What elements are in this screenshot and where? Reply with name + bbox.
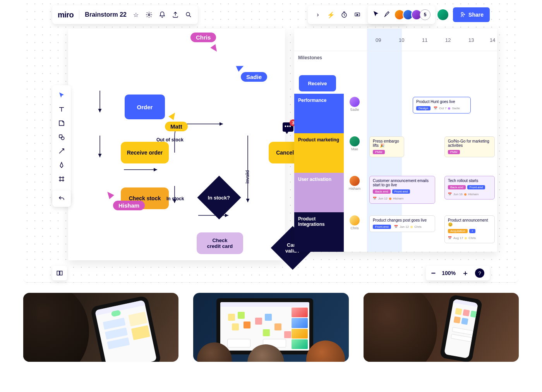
collaborator-avatars[interactable]: 5 [394, 9, 431, 20]
row-performance: Performance Sadie Product Hunt goes live… [294, 94, 497, 133]
row-owner-activation: Hisham [348, 187, 362, 191]
svg-point-2 [148, 14, 150, 16]
avatar-me[interactable] [437, 9, 449, 21]
card-product-announcement[interactable]: Product announcement 😊 Acquisition+ 📅 Au… [444, 215, 495, 243]
timer-icon[interactable] [340, 11, 348, 19]
day-14: 14 [490, 37, 495, 43]
share-button[interactable]: Share [453, 7, 490, 22]
svg-point-3 [186, 12, 190, 16]
help-button[interactable]: ? [475, 268, 484, 278]
node-order[interactable]: Order [125, 95, 165, 119]
tool-select[interactable] [52, 88, 71, 102]
tool-text[interactable] [52, 102, 71, 116]
row-marketing: Product marketing Mae Press embargo lift… [294, 133, 497, 173]
avatar-chris [350, 215, 360, 225]
label-in-stock: In stock [166, 196, 184, 201]
cursor-hisham: Hisham [113, 201, 145, 210]
frame-timeline[interactable]: 09 10 11 12 13 14 Milestones Receive Per… [294, 29, 497, 252]
row-owner-marketing: Mae [348, 147, 362, 151]
avatar-hisham [350, 176, 360, 186]
promo-tv [193, 293, 348, 362]
logo[interactable]: miro [58, 10, 74, 19]
export-icon[interactable] [172, 11, 179, 19]
row-label-activation: User activation [294, 173, 344, 212]
label-invalid: Invalid [245, 170, 250, 184]
settings-icon[interactable] [145, 11, 153, 19]
board-name[interactable]: Brainstorm 22 [85, 11, 127, 18]
divider [79, 10, 79, 19]
node-check-credit[interactable]: Check credit card [197, 232, 243, 254]
header: miro Brainstorm 22 ☆ [52, 5, 198, 24]
frame-flowchart[interactable]: Order Receive order Check stock Cancel o… [68, 29, 285, 260]
cursor-matt: Matt [165, 122, 188, 131]
zoom-in[interactable]: ＋ [462, 268, 469, 278]
card-product-changes[interactable]: Product changes post goes live Front-end… [369, 215, 435, 232]
avatar-mae [350, 136, 360, 146]
row-label-marketing: Product marketing [294, 133, 344, 173]
zoom-out[interactable]: − [431, 269, 436, 278]
card-product-hunt[interactable]: Product Hunt goes live Design 📅 Oct 7 Sa… [413, 97, 471, 113]
tool-arrow[interactable] [52, 144, 71, 158]
card-customer-emails[interactable]: Customer announcement emails start to go… [369, 176, 435, 204]
bolt-icon[interactable]: ⚡ [327, 11, 335, 19]
promo-tiles [23, 293, 519, 362]
canvas[interactable]: Order Receive order Check stock Cancel o… [23, 0, 519, 283]
search-icon[interactable] [185, 11, 192, 19]
zoom-controls: − 100% ＋ ? [426, 266, 490, 280]
row-label-performance: Performance [294, 94, 344, 133]
svg-rect-9 [60, 271, 62, 275]
tool-shape[interactable] [52, 130, 71, 144]
day-12: 12 [445, 37, 451, 43]
collaboration-bar: 5 Share [368, 5, 490, 24]
card-press-embargo[interactable]: Press embargo lifts 🎉 PMM [369, 136, 404, 157]
day-11: 11 [422, 37, 427, 43]
pointer-icon[interactable] [372, 10, 379, 19]
promo-tablet [23, 293, 178, 362]
label-out-of-stock: Out of stock [156, 137, 184, 143]
svg-rect-8 [57, 271, 59, 275]
cursor-sadie: Sadie [241, 72, 267, 82]
row-label-integrations: Product Integrations [294, 212, 344, 252]
day-09: 09 [376, 37, 381, 43]
star-icon[interactable]: ☆ [132, 11, 140, 19]
cursor-chris: Chris [190, 33, 216, 42]
bell-icon[interactable] [158, 11, 166, 19]
row-owner-performance: Sadie [348, 108, 362, 112]
present-icon[interactable] [353, 11, 361, 19]
card-tech-rollout[interactable]: Tech rollout starts Back-endFront-end 📅 … [444, 176, 495, 199]
tool-sticky[interactable] [52, 116, 71, 130]
svg-point-1 [61, 137, 64, 140]
toolbox [52, 85, 71, 203]
chevron-left-icon[interactable]: › [314, 11, 322, 19]
row-integrations: Product Integrations Chris Product chang… [294, 212, 497, 252]
card-go-nogo[interactable]: Go/No-Go for marketing activities PMM [444, 136, 495, 157]
timeline-header: 09 10 11 12 13 14 [294, 29, 497, 51]
node-receive-order[interactable]: Receive order [121, 142, 169, 163]
frames-panel-button[interactable] [52, 266, 67, 280]
avatar-sadie [350, 97, 360, 107]
node-in-stock-q[interactable]: In stock? [197, 175, 241, 219]
zoom-level[interactable]: 100% [442, 270, 456, 276]
avatar-more[interactable]: 5 [420, 9, 431, 20]
day-13: 13 [468, 37, 474, 43]
tool-pen[interactable] [52, 158, 71, 172]
tool-frame[interactable] [52, 172, 71, 186]
row-activation: User activation Hisham Customer announce… [294, 173, 497, 212]
undo-button[interactable] [52, 191, 71, 207]
milestone-receive[interactable]: Receive [299, 75, 336, 91]
day-10: 10 [399, 37, 404, 43]
comment-thread[interactable]: •••3 [283, 122, 293, 132]
promo-phone [364, 293, 519, 362]
reactions-icon[interactable] [383, 10, 390, 19]
row-owner-integrations: Chris [348, 226, 362, 230]
